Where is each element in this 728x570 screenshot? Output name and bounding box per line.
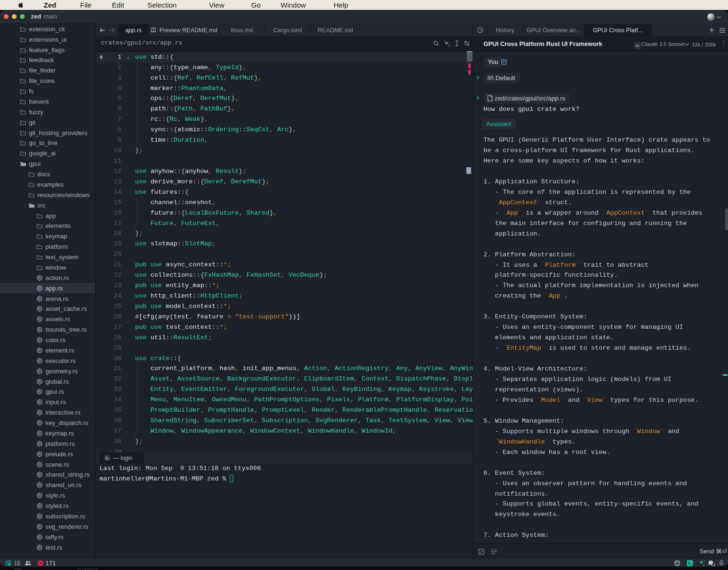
svg-text:R: R [38,452,41,456]
svg-text:A\: A\ [636,44,639,48]
svg-text:R: R [38,286,41,290]
svg-text:R: R [38,431,41,435]
svg-text:R: R [38,483,41,488]
svg-text:R: R [38,525,41,529]
svg-text:R: R [38,410,41,415]
svg-text:R: R [38,535,41,539]
svg-text:R: R [38,338,41,342]
svg-text:R: R [38,276,41,280]
svg-text:R: R [38,462,41,467]
svg-text:R: R [38,390,41,394]
svg-text:R: R [38,317,41,322]
svg-text:R: R [38,504,41,508]
svg-text:R: R [38,493,41,498]
svg-text:R: R [38,442,41,446]
svg-text:R: R [38,400,41,405]
svg-text:R: R [38,307,41,311]
svg-text:R: R [38,421,41,425]
svg-text:R: R [38,327,41,332]
svg-text:R: R [38,545,41,550]
svg-text:R: R [38,359,41,363]
svg-text:R: R [38,473,41,477]
svg-text:R: R [38,297,41,301]
svg-text:R: R [38,369,41,373]
svg-text:R: R [38,348,41,353]
svg-text:R: R [38,380,41,384]
svg-text:R: R [38,514,41,518]
